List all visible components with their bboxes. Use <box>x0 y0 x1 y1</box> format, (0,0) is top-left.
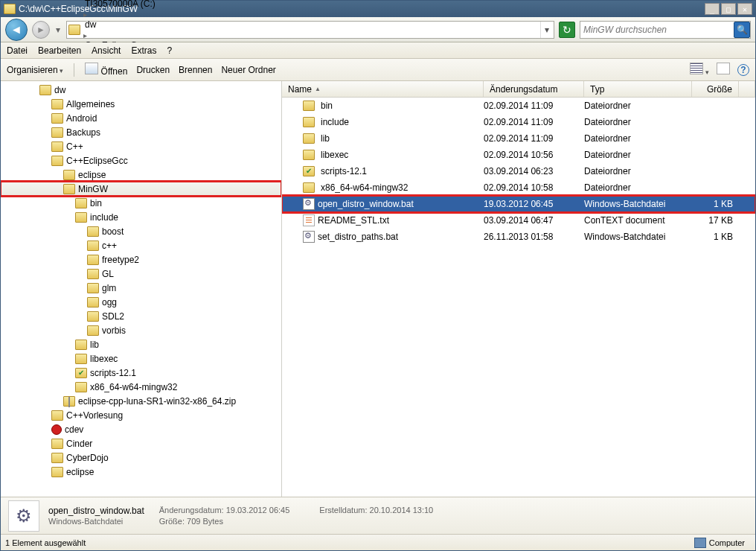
folder-icon <box>75 354 87 364</box>
red-circle-icon <box>51 424 62 435</box>
tree-item-label: C++ <box>66 141 83 152</box>
tree-item[interactable]: Cinder <box>1 436 281 450</box>
window-buttons: _ □ ✕ <box>705 3 752 15</box>
file-row[interactable]: include02.09.2014 11:09Dateiordner <box>282 114 755 130</box>
file-row[interactable]: x86_64-w64-mingw3202.09.2014 10:58Dateio… <box>282 179 755 196</box>
file-row[interactable]: bin02.09.2014 11:09Dateiordner <box>282 98 755 114</box>
tree-item[interactable]: c++ <box>1 238 281 252</box>
zip-icon <box>63 396 75 407</box>
file-type: Windows-Batchdatei <box>584 199 692 209</box>
tree-item[interactable]: libexec <box>1 351 281 366</box>
menu-file[interactable]: Datei <box>7 45 28 56</box>
file-row[interactable]: README_STL.txt03.09.2014 06:47ConTEXT do… <box>282 212 755 229</box>
search-box: 🔍 <box>580 21 751 39</box>
breadcrumb-item[interactable]: dw <box>83 19 157 30</box>
tree-item-label: freetype2 <box>102 255 139 265</box>
organize-button[interactable]: Organisieren <box>7 65 63 75</box>
file-type: Dateiordner <box>584 101 692 111</box>
column-size[interactable]: Größe <box>692 81 739 97</box>
command-bar: Organisieren Öffnen Drucken Brennen Neue… <box>1 59 755 81</box>
file-type: Dateiordner <box>584 133 692 144</box>
tree-item[interactable]: freetype2 <box>1 252 281 267</box>
tree-item-label: lib <box>90 340 99 350</box>
file-row[interactable]: open_distro_window.bat19.03.2012 06:45Wi… <box>282 196 755 212</box>
tree-item[interactable]: eclipse <box>1 168 281 182</box>
close-button[interactable]: ✕ <box>737 3 752 15</box>
tree-item[interactable]: GL <box>1 267 281 281</box>
view-mode-button[interactable] <box>690 63 709 77</box>
new-folder-button[interactable]: Neuer Ordner <box>221 65 275 75</box>
tree-item[interactable]: C++ <box>1 139 281 153</box>
tree-item[interactable]: bin <box>1 196 281 210</box>
tree-item[interactable]: CyberDojo <box>1 450 281 465</box>
nav-history-drop[interactable]: ▾ <box>54 25 62 35</box>
search-input[interactable] <box>580 25 734 35</box>
file-type: Dateiordner <box>584 166 692 176</box>
tree-item[interactable]: C++EclipseGcc <box>1 153 281 168</box>
column-date[interactable]: Änderungsdatum <box>484 81 584 97</box>
folder-icon <box>51 156 63 166</box>
file-name: libexec <box>321 150 348 160</box>
file-name: set_distro_paths.bat <box>318 232 398 242</box>
file-name: lib <box>321 133 330 144</box>
file-row[interactable]: set_distro_paths.bat26.11.2013 01:58Wind… <box>282 229 755 245</box>
tree-item[interactable]: x86_64-w64-mingw32 <box>1 380 281 394</box>
file-row[interactable]: lib02.09.2014 11:09Dateiordner <box>282 130 755 147</box>
tree-item[interactable]: MinGW <box>1 182 281 196</box>
forward-button[interactable]: ► <box>32 21 50 39</box>
breadcrumb-item[interactable]: TI30570000A (C:) <box>83 0 157 9</box>
tree-item[interactable]: Allgemeines <box>1 97 281 111</box>
tree-item[interactable]: ogg <box>1 295 281 309</box>
tree-item[interactable]: boost <box>1 224 281 238</box>
file-row[interactable]: scripts-12.103.09.2014 06:23Dateiordner <box>282 163 755 179</box>
folder-icon <box>303 133 315 144</box>
print-button[interactable]: Drucken <box>136 65 170 75</box>
menu-help[interactable]: ? <box>167 45 172 56</box>
minimize-button[interactable]: _ <box>705 3 720 15</box>
tree-item-label: eclipse-cpp-luna-SR1-win32-x86_64.zip <box>78 396 236 407</box>
tree-item-label: libexec <box>90 354 118 364</box>
tree-item[interactable]: include <box>1 210 281 224</box>
chevron-right-icon[interactable]: ▸ <box>83 10 87 19</box>
tree-item[interactable]: eclipse <box>1 465 281 479</box>
open-button[interactable]: Öffnen <box>85 63 127 77</box>
tree-item[interactable]: SDL2 <box>1 309 281 323</box>
tree-item[interactable]: C++Vorlesung <box>1 408 281 422</box>
tree-item-label: c++ <box>102 241 117 251</box>
folder-check-icon <box>75 368 87 378</box>
tree-item[interactable]: dw <box>1 83 281 97</box>
burn-button[interactable]: Brennen <box>179 65 212 75</box>
help-button[interactable]: ? <box>737 64 749 76</box>
menu-edit[interactable]: Bearbeiten <box>38 45 81 56</box>
tree-item[interactable]: lib <box>1 337 281 351</box>
file-row[interactable]: libexec02.09.2014 10:56Dateiordner <box>282 147 755 163</box>
folder-icon <box>75 212 87 223</box>
tree-item[interactable]: Backups <box>1 125 281 139</box>
tree-item[interactable]: cdev <box>1 422 281 436</box>
tree-item[interactable]: Android <box>1 111 281 125</box>
column-headers: Name▲ Änderungsdatum Typ Größe <box>282 81 755 98</box>
tree-item-label: boost <box>102 226 124 237</box>
menu-extras[interactable]: Extras <box>131 45 156 56</box>
tree-item-label: vorbis <box>102 325 126 336</box>
tree-item[interactable]: scripts-12.1 <box>1 366 281 380</box>
column-type[interactable]: Typ <box>584 81 692 97</box>
chevron-right-icon[interactable]: ▸ <box>83 31 87 39</box>
file-size: 17 KB <box>692 215 739 226</box>
search-button[interactable]: 🔍 <box>734 22 750 38</box>
tree-item[interactable]: vorbis <box>1 323 281 337</box>
file-date: 02.09.2014 10:56 <box>484 150 584 160</box>
preview-pane-button[interactable] <box>717 63 730 77</box>
file-name: include <box>321 117 349 127</box>
back-button[interactable]: ◄ <box>5 19 28 41</box>
tree-item[interactable]: eclipse-cpp-luna-SR1-win32-x86_64.zip <box>1 394 281 408</box>
address-drop[interactable]: ▾ <box>540 22 552 38</box>
menu-view[interactable]: Ansicht <box>92 45 121 56</box>
column-name[interactable]: Name▲ <box>282 81 484 97</box>
tree-item[interactable]: glm <box>1 281 281 295</box>
maximize-button[interactable]: □ <box>721 3 736 15</box>
address-bar[interactable]: Computer▸TI30570000A (C:)▸dw▸C++EclipseG… <box>66 21 554 39</box>
refresh-button[interactable]: ↻ <box>559 22 575 38</box>
tree-item-label: CyberDojo <box>66 453 109 463</box>
details-pane: ⚙ open_distro_window.bat Änderungsdatum:… <box>1 497 755 534</box>
